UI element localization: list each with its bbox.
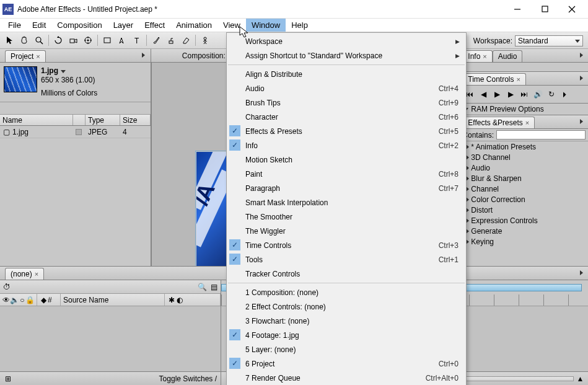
menu-item[interactable]: Tracker Controls: [227, 267, 466, 281]
panel-menu-icon[interactable]: [577, 51, 586, 60]
col-source-name[interactable]: Source Name: [61, 294, 165, 306]
chevron-down-icon[interactable]: [61, 70, 66, 73]
next-frame-icon[interactable]: ▶: [506, 89, 516, 99]
minimize-button[interactable]: [504, 1, 531, 18]
eraser-tool-icon[interactable]: [179, 33, 193, 47]
menu-item[interactable]: ✓4 Footage: 1.jpg: [227, 328, 466, 342]
puppet-tool-icon[interactable]: [198, 33, 212, 47]
list-item[interactable]: ▢1.jpg JPEG 4: [0, 126, 151, 138]
menu-item[interactable]: PaintCtrl+8: [227, 167, 466, 181]
tab-info[interactable]: Info×: [462, 50, 492, 62]
effects-category[interactable]: Audio: [460, 162, 588, 173]
speaker-icon[interactable]: 🔈: [11, 296, 19, 304]
lock-icon[interactable]: 🔒: [26, 296, 34, 304]
play-icon[interactable]: ▶: [492, 89, 502, 99]
menu-item[interactable]: Motion Sketch: [227, 153, 466, 167]
close-icon[interactable]: ×: [517, 76, 520, 83]
audio-icon[interactable]: 🔊: [533, 89, 543, 99]
close-icon[interactable]: ×: [525, 119, 529, 126]
menu-item[interactable]: 3 Flowchart: (none): [227, 314, 466, 328]
close-icon[interactable]: ×: [35, 270, 38, 278]
comp-mini-icon[interactable]: ▤: [210, 283, 218, 291]
menu-item[interactable]: The Wiggler: [227, 224, 466, 238]
toggle-switches-button[interactable]: Toggle Switches /: [159, 374, 217, 383]
menu-item[interactable]: CharacterCtrl+6: [227, 110, 466, 124]
effects-list[interactable]: * Animation Presets3D ChannelAudioBlur &…: [460, 141, 588, 248]
panel-menu-icon[interactable]: [139, 51, 148, 60]
rectangle-tool-icon[interactable]: [100, 33, 114, 47]
effects-category[interactable]: Generate: [460, 226, 588, 236]
ram-preview-icon[interactable]: ⏵: [560, 89, 570, 99]
last-frame-icon[interactable]: ⏭: [519, 89, 529, 99]
effects-category[interactable]: * Animation Presets: [460, 141, 588, 152]
menu-item[interactable]: Smart Mask Interpolation: [227, 195, 466, 210]
panel-menu-icon[interactable]: [577, 117, 586, 126]
effects-category[interactable]: Keying: [460, 236, 588, 247]
col-name[interactable]: Name: [0, 115, 73, 125]
effects-category[interactable]: 3D Channel: [460, 152, 588, 162]
menu-item[interactable]: 7 Render QueueCtrl+Alt+0: [227, 371, 466, 385]
menu-item[interactable]: Align & Distribute: [227, 67, 466, 81]
label-icon[interactable]: ◆: [40, 296, 48, 304]
close-button[interactable]: [558, 1, 586, 18]
menu-item[interactable]: 2 Effect Controls: (none): [227, 299, 466, 314]
menu-item[interactable]: AudioCtrl+4: [227, 81, 466, 95]
pan-behind-tool-icon[interactable]: [81, 33, 95, 47]
effects-category[interactable]: Matte: [460, 247, 588, 248]
timeline-layers[interactable]: [0, 306, 221, 371]
effects-category[interactable]: Channel: [460, 184, 588, 194]
toggle-icon[interactable]: ⊞: [4, 374, 12, 383]
label-swatch[interactable]: [76, 129, 82, 135]
menu-composition[interactable]: Composition: [51, 19, 107, 32]
menu-window[interactable]: Window: [246, 19, 286, 32]
prev-frame-icon[interactable]: ◀: [478, 89, 488, 99]
maximize-button[interactable]: [531, 1, 558, 18]
tab-effects-presets[interactable]: Effects &Presets×: [462, 117, 535, 128]
menu-edit[interactable]: Edit: [27, 19, 51, 32]
loop-icon[interactable]: ↻: [546, 89, 556, 99]
menu-item[interactable]: 5 Layer: (none): [227, 342, 466, 356]
menu-help[interactable]: Help: [286, 19, 314, 32]
menu-layer[interactable]: Layer: [108, 19, 139, 32]
menu-item[interactable]: 1 Composition: (none): [227, 285, 466, 299]
panel-menu-icon[interactable]: [577, 74, 586, 82]
col-label[interactable]: [73, 115, 86, 125]
search-icon[interactable]: 🔍: [198, 283, 206, 291]
effects-search-input[interactable]: [496, 130, 586, 139]
effects-category[interactable]: Expression Controls: [460, 215, 588, 226]
menu-item[interactable]: ParagraphCtrl+7: [227, 181, 466, 195]
effects-category[interactable]: Distort: [460, 205, 588, 215]
tab-timeline[interactable]: (none)×: [5, 268, 44, 280]
menu-view[interactable]: View: [217, 19, 246, 32]
col-size[interactable]: Size: [120, 115, 151, 125]
shy-icon[interactable]: ✱: [167, 296, 175, 304]
close-icon[interactable]: ×: [36, 53, 40, 60]
col-type[interactable]: Type: [86, 115, 120, 125]
menu-item[interactable]: The Smoother: [227, 210, 466, 224]
menu-file[interactable]: File: [2, 19, 27, 32]
panel-menu-icon[interactable]: [577, 268, 586, 277]
menu-item[interactable]: ✓Effects & PresetsCtrl+5: [227, 124, 466, 138]
menu-item[interactable]: Assign Shortcut to "Standard" Workspace: [227, 48, 466, 63]
menu-item[interactable]: Workspace: [227, 34, 466, 48]
menu-item[interactable]: ✓Time ControlsCtrl+3: [227, 238, 466, 252]
clone-stamp-tool-icon[interactable]: [164, 33, 178, 47]
menu-effect[interactable]: Effect: [139, 19, 170, 32]
hand-tool-icon[interactable]: [17, 33, 31, 47]
menu-item[interactable]: ✓ToolsCtrl+1: [227, 252, 466, 267]
zoom-tool-icon[interactable]: [32, 33, 46, 47]
menu-animation[interactable]: Animation: [170, 19, 217, 32]
brush-tool-icon[interactable]: [149, 33, 163, 47]
close-icon[interactable]: ×: [483, 53, 486, 60]
text-tool-icon[interactable]: T: [130, 33, 144, 47]
timecode-icon[interactable]: ⏱: [2, 283, 11, 291]
tab-audio[interactable]: Audio: [493, 50, 523, 62]
switch-icon[interactable]: ◐: [175, 296, 183, 304]
rotate-tool-icon[interactable]: [51, 33, 65, 47]
effects-category[interactable]: Blur & Sharpen: [460, 173, 588, 184]
workspace-dropdown[interactable]: Standard: [515, 35, 583, 46]
window-menu-dropdown[interactable]: WorkspaceAssign Shortcut to "Standard" W…: [226, 32, 467, 385]
tab-time-controls[interactable]: Time Controls×: [462, 73, 526, 85]
zoom-in-icon[interactable]: ▲: [576, 374, 584, 383]
tab-project[interactable]: Project ×: [5, 50, 46, 62]
